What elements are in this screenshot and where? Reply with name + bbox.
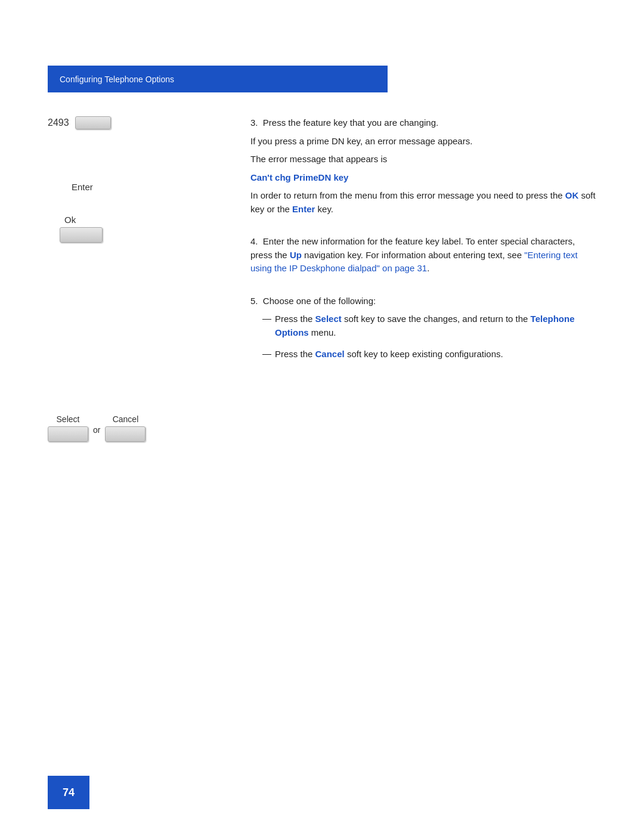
ok-section: Ok xyxy=(60,215,103,243)
cancel-col: Cancel xyxy=(105,414,145,442)
step4-number: 4. xyxy=(250,236,263,246)
ok-button[interactable] xyxy=(60,227,103,243)
key-2493-section: 2493 xyxy=(48,116,111,133)
or-text: or xyxy=(93,425,100,435)
right-column: 3. Press the feature key that you are ch… xyxy=(250,116,596,378)
enter-label: Enter xyxy=(72,182,93,192)
step5-intro: 5. Choose one of the following: xyxy=(250,295,596,308)
page-number: 74 xyxy=(63,786,75,799)
up-text: Up xyxy=(290,250,302,260)
error-message: Can't chg PrimeDN key xyxy=(250,172,348,182)
select-button[interactable] xyxy=(48,426,88,442)
step5-number: 5. xyxy=(250,296,263,306)
softkey-row: Select or Cancel xyxy=(48,414,145,442)
enter-text: Enter xyxy=(292,204,315,214)
step3-error: Can't chg PrimeDN key xyxy=(250,171,596,185)
step3-block: 3. Press the feature key that you are ch… xyxy=(250,116,596,216)
header-bar: Configuring Telephone Options xyxy=(48,66,388,92)
dash-symbol-1: — xyxy=(262,313,271,323)
ok-label: Ok xyxy=(64,215,76,225)
step5-dash1: — Press the Select soft key to save the … xyxy=(262,312,596,339)
select-cancel-section: Select or Cancel xyxy=(48,414,145,442)
step5-dash2: — Press the Cancel soft key to keep exis… xyxy=(262,348,596,361)
step3-number: 3. xyxy=(250,117,263,128)
cancel-text: Cancel xyxy=(315,349,345,359)
page-number-box: 74 xyxy=(48,776,89,809)
step3-text3: The error message that appears is xyxy=(250,153,596,166)
header-title: Configuring Telephone Options xyxy=(60,75,174,84)
step4-text: 4. Enter the new information for the fea… xyxy=(250,235,596,275)
step3-text2: If you press a prime DN key, an error me… xyxy=(250,135,596,148)
step4-block: 4. Enter the new information for the fea… xyxy=(250,235,596,275)
content-area: 2493 Enter Ok Select or Ca xyxy=(48,116,596,761)
phone-number-label: 2493 xyxy=(48,117,69,128)
step5-dash1-text: Press the Select soft key to save the ch… xyxy=(275,312,596,339)
step3-text1: 3. Press the feature key that you are ch… xyxy=(250,116,596,130)
ok-text: OK xyxy=(565,190,579,200)
select-col: Select xyxy=(48,414,88,442)
select-text: Select xyxy=(315,314,342,324)
enter-section: Enter xyxy=(72,182,93,192)
dash-symbol-2: — xyxy=(262,348,271,358)
cancel-button[interactable] xyxy=(105,426,145,442)
feature-key-button[interactable] xyxy=(75,116,111,129)
cancel-label: Cancel xyxy=(113,414,139,424)
step5-block: 5. Choose one of the following: — Press … xyxy=(250,295,596,361)
step3-text4: In order to return from the menu from th… xyxy=(250,189,596,216)
select-label: Select xyxy=(57,414,80,424)
phone-key-row: 2493 xyxy=(48,116,111,129)
step5-dash2-text: Press the Cancel soft key to keep existi… xyxy=(275,348,503,361)
